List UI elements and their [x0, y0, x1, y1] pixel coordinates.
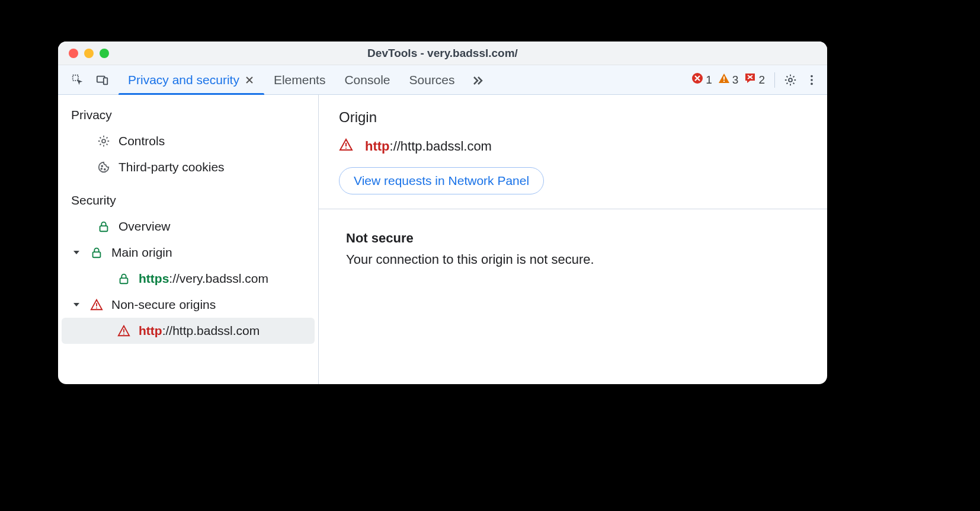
origin-url: http://http.badssl.com: [139, 324, 260, 338]
svg-point-8: [811, 79, 813, 81]
lock-icon: [96, 220, 111, 233]
warning-triangle-icon: [89, 298, 104, 311]
devtools-toolbar: Privacy and security Elements Console So…: [58, 65, 827, 95]
device-toolbar-icon[interactable]: [90, 65, 115, 94]
sidebar: Privacy Controls Third-party cookies Sec…: [58, 95, 319, 384]
warning-triangle-icon: [339, 138, 353, 155]
close-icon[interactable]: [244, 75, 255, 85]
origin-url: http://http.badssl.com: [365, 139, 492, 154]
settings-icon[interactable]: [780, 65, 801, 94]
svg-point-6: [789, 78, 792, 82]
status-description: Your connection to this origin is not se…: [346, 252, 800, 267]
window-controls: [69, 49, 109, 58]
svg-point-12: [101, 168, 102, 170]
inspect-element-icon[interactable]: [65, 65, 90, 94]
scheme: http: [139, 324, 162, 337]
svg-point-18: [96, 308, 97, 309]
sidebar-item-label: Controls: [119, 134, 165, 148]
more-tabs-icon[interactable]: [465, 65, 491, 94]
svg-rect-5: [723, 81, 725, 82]
cookie-icon: [96, 161, 111, 174]
tab-sources[interactable]: Sources: [400, 65, 465, 94]
svg-point-10: [102, 139, 105, 143]
origin-section-title: Origin: [339, 109, 807, 126]
sidebar-item-controls[interactable]: Controls: [58, 128, 318, 154]
more-menu-icon[interactable]: [801, 65, 822, 94]
warning-count: 3: [732, 74, 739, 87]
svg-rect-4: [723, 76, 725, 80]
issue-counters: 1 3 2: [691, 65, 770, 94]
svg-point-20: [123, 334, 124, 335]
scheme: https: [139, 272, 169, 285]
sidebar-item-label: Main origin: [111, 245, 172, 260]
chevron-down-icon[interactable]: [71, 249, 82, 256]
message-icon: [744, 72, 756, 87]
svg-rect-14: [100, 226, 108, 231]
svg-point-22: [345, 148, 347, 149]
origin-section: Origin http://http.badssl.com View reque…: [319, 95, 827, 209]
divider: [774, 72, 775, 88]
host: ://very.badssl.com: [169, 272, 268, 285]
warning-triangle-icon: [116, 324, 132, 337]
tab-elements[interactable]: Elements: [264, 65, 335, 94]
tab-label: Sources: [409, 73, 455, 87]
svg-point-9: [811, 82, 813, 85]
svg-rect-15: [93, 252, 101, 257]
sidebar-item-label: Non-secure origins: [111, 298, 216, 312]
message-count: 2: [758, 74, 765, 87]
section-title-privacy: Privacy: [58, 106, 318, 128]
origin-url: https://very.badssl.com: [139, 272, 268, 286]
chevron-down-icon[interactable]: [71, 301, 82, 308]
window-titlebar: DevTools - very.badssl.com/: [58, 41, 827, 65]
warning-counter[interactable]: 3: [718, 72, 739, 87]
sidebar-item-origin-http[interactable]: http://http.badssl.com: [62, 318, 315, 344]
sidebar-item-origin-https[interactable]: https://very.badssl.com: [58, 266, 318, 292]
error-icon: [691, 72, 703, 87]
sidebar-item-third-party-cookies[interactable]: Third-party cookies: [58, 154, 318, 180]
origin-row: http://http.badssl.com: [339, 138, 807, 155]
window-zoom-button[interactable]: [100, 49, 109, 58]
svg-point-7: [811, 75, 813, 77]
scheme: http: [365, 139, 390, 154]
tab-privacy-and-security[interactable]: Privacy and security: [119, 65, 264, 94]
gear-icon: [96, 135, 111, 148]
sidebar-item-overview[interactable]: Overview: [58, 213, 318, 239]
message-counter[interactable]: 2: [744, 72, 765, 87]
warning-icon: [718, 72, 730, 87]
window-close-button[interactable]: [69, 49, 78, 58]
sidebar-item-non-secure-origins[interactable]: Non-secure origins: [58, 292, 318, 318]
host: ://http.badssl.com: [390, 139, 492, 154]
lock-icon: [89, 246, 104, 259]
panel-tabs: Privacy and security Elements Console So…: [119, 65, 491, 94]
sidebar-item-label: Overview: [119, 219, 171, 234]
tab-label: Privacy and security: [128, 73, 239, 87]
error-count: 1: [706, 74, 712, 87]
status-title: Not secure: [346, 231, 800, 246]
window-minimize-button[interactable]: [84, 49, 94, 58]
svg-point-11: [101, 165, 103, 167]
lock-icon: [116, 272, 132, 285]
sidebar-item-main-origin[interactable]: Main origin: [58, 239, 318, 266]
tab-console[interactable]: Console: [335, 65, 399, 94]
devtools-window: DevTools - very.badssl.com/ Privacy and …: [58, 41, 827, 384]
svg-point-13: [104, 169, 105, 170]
window-title: DevTools - very.badssl.com/: [58, 47, 827, 60]
sidebar-item-label: Third-party cookies: [119, 160, 225, 174]
status-section: Not secure Your connection to this origi…: [319, 209, 827, 289]
tab-label: Elements: [274, 73, 326, 87]
main-pane: Origin http://http.badssl.com View reque…: [319, 95, 827, 384]
view-requests-button[interactable]: View requests in Network Panel: [339, 167, 544, 194]
section-title-security: Security: [58, 191, 318, 213]
host: ://http.badssl.com: [162, 324, 260, 337]
svg-rect-16: [120, 278, 128, 283]
svg-rect-2: [104, 78, 107, 84]
panel-body: Privacy Controls Third-party cookies Sec…: [58, 95, 827, 384]
tab-label: Console: [344, 73, 390, 87]
error-counter[interactable]: 1: [691, 72, 712, 87]
